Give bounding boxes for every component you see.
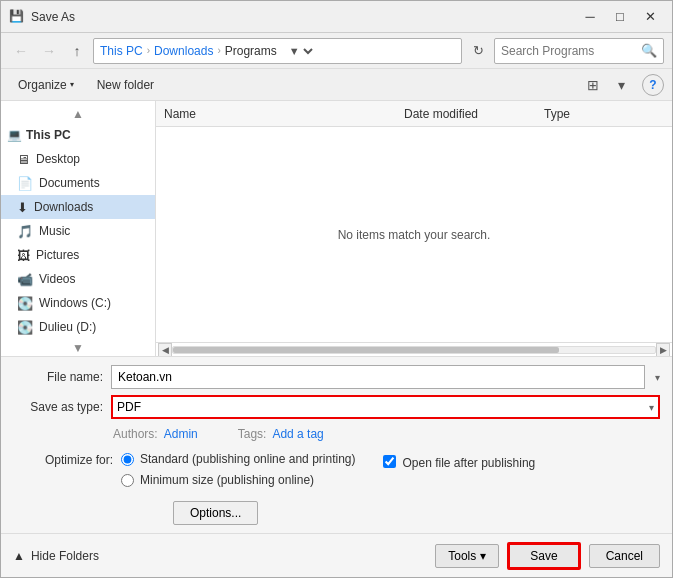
- file-name-row: File name: ▾: [13, 365, 660, 389]
- desktop-label: Desktop: [36, 152, 80, 166]
- breadcrumb-dropdown[interactable]: ▼: [285, 44, 316, 58]
- window-title: Save As: [31, 10, 75, 24]
- back-button[interactable]: ←: [9, 39, 33, 63]
- view-toggle-button[interactable]: ⊞: [580, 73, 606, 97]
- organize-button[interactable]: Organize ▾: [9, 75, 83, 95]
- desktop-icon: 🖥: [17, 152, 30, 167]
- footer-right: Tools ▾ Save Cancel: [435, 542, 660, 570]
- maximize-button[interactable]: □: [606, 6, 634, 28]
- breadcrumb-programs[interactable]: Programs: [225, 44, 277, 58]
- search-bar: 🔍: [494, 38, 664, 64]
- options-label: Options...: [190, 506, 241, 520]
- footer: ▲ Hide Folders Tools ▾ Save Cancel: [1, 533, 672, 577]
- videos-label: Videos: [39, 272, 75, 286]
- thispc-label: This PC: [26, 128, 71, 142]
- view-dropdown-button[interactable]: ▾: [608, 73, 634, 97]
- meta-row: Authors: Admin Tags: Add a tag: [13, 425, 660, 443]
- forward-button[interactable]: →: [37, 39, 61, 63]
- col-name[interactable]: Name: [164, 107, 404, 121]
- tags-value[interactable]: Add a tag: [272, 427, 323, 441]
- col-date-modified[interactable]: Date modified: [404, 107, 544, 121]
- scroll-right-arrow[interactable]: ▶: [656, 343, 670, 357]
- sidebar-item-dulieu-d[interactable]: 💽 Dulieu (D:): [1, 315, 155, 339]
- optimize-label: Optimize for:: [23, 451, 113, 467]
- new-folder-button[interactable]: New folder: [91, 76, 160, 94]
- open-file-checkbox-input[interactable]: [383, 455, 396, 468]
- music-icon: 🎵: [17, 224, 33, 239]
- content-header: Name Date modified Type: [156, 101, 672, 127]
- hide-folders-icon: ▲: [13, 549, 25, 563]
- authors-label: Authors:: [113, 427, 158, 441]
- radio-minimum[interactable]: Minimum size (publishing online): [121, 472, 355, 489]
- breadcrumb-thispc[interactable]: This PC: [100, 44, 143, 58]
- content-area: Name Date modified Type No items match y…: [156, 101, 672, 356]
- sidebar-scroll-down[interactable]: ▼: [1, 339, 155, 356]
- refresh-button[interactable]: ↻: [466, 39, 490, 63]
- optimize-row: Optimize for: Standard (publishing onlin…: [13, 451, 660, 489]
- sidebar-item-documents[interactable]: 📄 Documents: [1, 171, 155, 195]
- cancel-label: Cancel: [606, 549, 643, 563]
- file-name-input[interactable]: [111, 365, 645, 389]
- open-file-checkbox[interactable]: Open file after publishing: [383, 455, 535, 472]
- no-items-message: No items match your search.: [338, 228, 491, 242]
- save-as-type-select[interactable]: PDF ▾: [111, 395, 660, 419]
- thispc-icon: 💻: [7, 128, 22, 142]
- scroll-thumb: [173, 347, 559, 353]
- sidebar-item-thispc[interactable]: 💻 This PC: [1, 123, 155, 147]
- help-label: ?: [649, 78, 656, 92]
- navigation-toolbar: ← → ↑ This PC › Downloads › Programs ▼ ↻…: [1, 33, 672, 69]
- action-bar: Organize ▾ New folder ⊞ ▾ ?: [1, 69, 672, 101]
- save-as-type-label: Save as type:: [13, 400, 103, 414]
- sidebar-item-pictures[interactable]: 🖼 Pictures: [1, 243, 155, 267]
- radio-standard-input[interactable]: [121, 453, 134, 466]
- save-button[interactable]: Save: [507, 542, 580, 570]
- radio-minimum-label: Minimum size (publishing online): [140, 472, 314, 489]
- tools-button[interactable]: Tools ▾: [435, 544, 499, 568]
- radio-minimum-input[interactable]: [121, 474, 134, 487]
- sidebar-item-downloads[interactable]: ⬇ Downloads: [1, 195, 155, 219]
- radio-group-optimize: Standard (publishing online and printing…: [121, 451, 355, 489]
- authors-value[interactable]: Admin: [164, 427, 198, 441]
- organize-dropdown-icon: ▾: [70, 80, 74, 89]
- sidebar-item-desktop[interactable]: 🖥 Desktop: [1, 147, 155, 171]
- sidebar-item-music[interactable]: 🎵 Music: [1, 219, 155, 243]
- close-button[interactable]: ✕: [636, 6, 664, 28]
- authors-group: Authors: Admin: [113, 427, 198, 441]
- sidebar-item-videos[interactable]: 📹 Videos: [1, 267, 155, 291]
- col-type[interactable]: Type: [544, 107, 664, 121]
- downloads-label: Downloads: [34, 200, 93, 214]
- hide-folders-toggle[interactable]: ▲ Hide Folders: [13, 549, 99, 563]
- file-name-label: File name:: [13, 370, 103, 384]
- radio-standard[interactable]: Standard (publishing online and printing…: [121, 451, 355, 468]
- sidebar-item-windows-c[interactable]: 💽 Windows (C:): [1, 291, 155, 315]
- search-icon: 🔍: [641, 43, 657, 58]
- minimize-button[interactable]: ─: [576, 6, 604, 28]
- file-name-dropdown-arrow[interactable]: ▾: [655, 372, 660, 383]
- up-button[interactable]: ↑: [65, 39, 89, 63]
- downloads-icon: ⬇: [17, 200, 28, 215]
- title-bar: 💾 Save As ─ □ ✕: [1, 1, 672, 33]
- help-button[interactable]: ?: [642, 74, 664, 96]
- pictures-label: Pictures: [36, 248, 79, 262]
- breadcrumb-sep-1: ›: [147, 45, 150, 56]
- open-file-label: Open file after publishing: [402, 455, 535, 472]
- cancel-button[interactable]: Cancel: [589, 544, 660, 568]
- documents-icon: 📄: [17, 176, 33, 191]
- scroll-track[interactable]: [172, 346, 656, 354]
- dulieu-d-label: Dulieu (D:): [39, 320, 96, 334]
- sidebar: ▲ 💻 This PC 🖥 Desktop 📄 Documents ⬇ Down…: [1, 101, 156, 356]
- window-icon: 💾: [9, 9, 25, 25]
- save-as-dialog: 💾 Save As ─ □ ✕ ← → ↑ This PC › Download…: [0, 0, 673, 578]
- options-button[interactable]: Options...: [173, 501, 258, 525]
- sidebar-scroll-up[interactable]: ▲: [1, 105, 155, 123]
- breadcrumb-downloads[interactable]: Downloads: [154, 44, 213, 58]
- title-bar-left: 💾 Save As: [9, 9, 75, 25]
- horizontal-scrollbar[interactable]: ◀ ▶: [156, 342, 672, 356]
- search-input[interactable]: [501, 44, 637, 58]
- new-folder-label: New folder: [97, 78, 154, 92]
- tags-group: Tags: Add a tag: [238, 427, 324, 441]
- scroll-left-arrow[interactable]: ◀: [158, 343, 172, 357]
- music-label: Music: [39, 224, 70, 238]
- content-body: No items match your search.: [156, 127, 672, 342]
- bottom-panel: File name: ▾ Save as type: PDF ▾ Authors…: [1, 356, 672, 533]
